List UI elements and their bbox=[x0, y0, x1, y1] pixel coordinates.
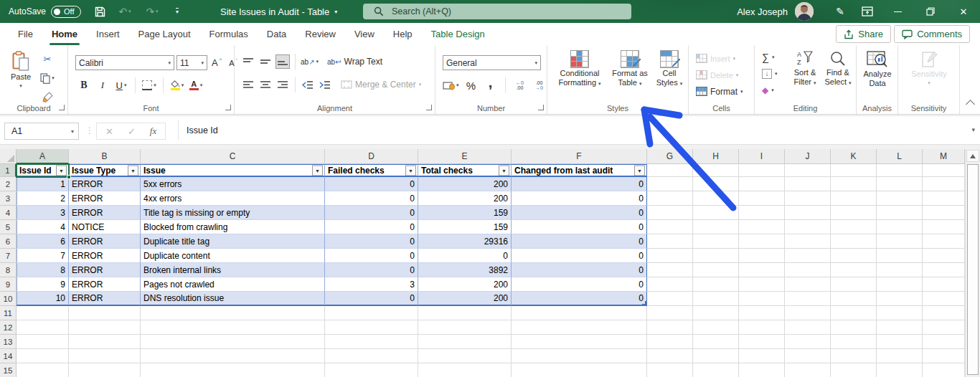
cell-I6[interactable] bbox=[739, 234, 785, 249]
cell-K8[interactable] bbox=[831, 263, 877, 277]
cell-H3[interactable] bbox=[693, 191, 739, 206]
column-header-G[interactable]: G bbox=[647, 149, 693, 164]
cell-H6[interactable] bbox=[693, 234, 739, 249]
cell-J13[interactable] bbox=[785, 335, 831, 349]
cell-K5[interactable] bbox=[831, 220, 877, 234]
cell-I12[interactable] bbox=[739, 320, 785, 335]
cell-G2[interactable] bbox=[647, 177, 693, 191]
cell-B7[interactable]: ERROR bbox=[69, 249, 141, 263]
cell-H5[interactable] bbox=[693, 220, 739, 234]
cell-C12[interactable] bbox=[141, 320, 325, 335]
cell-E6[interactable]: 29316 bbox=[418, 234, 512, 249]
tab-insert[interactable]: Insert bbox=[87, 23, 129, 45]
cell-K3[interactable] bbox=[831, 191, 877, 206]
paste-button[interactable]: Paste ▾ bbox=[6, 51, 36, 90]
autosave-toggle[interactable]: AutoSave Off bbox=[9, 0, 81, 23]
cell-J6[interactable] bbox=[785, 234, 831, 249]
cell-D6[interactable]: 0 bbox=[325, 234, 418, 249]
cell-D3[interactable]: 0 bbox=[325, 191, 418, 206]
filter-button-total-checks[interactable]: ▼ bbox=[499, 165, 509, 176]
formula-bar-expand-icon[interactable]: ▾ bbox=[971, 126, 975, 133]
cell-F10[interactable]: 0 bbox=[512, 292, 647, 306]
cell-C13[interactable] bbox=[141, 335, 325, 349]
cell-L3[interactable] bbox=[877, 191, 923, 206]
tab-data[interactable]: Data bbox=[258, 23, 296, 45]
cell-A7[interactable]: 7 bbox=[17, 249, 69, 263]
cell-C6[interactable]: Duplicate title tag bbox=[141, 234, 325, 249]
cell-A3[interactable]: 2 bbox=[17, 191, 69, 206]
cell-F2[interactable]: 0 bbox=[512, 177, 647, 191]
cell-F13[interactable] bbox=[512, 335, 647, 349]
increase-indent-button[interactable] bbox=[318, 77, 332, 92]
sensitivity-button[interactable]: Sensitivity ▾ bbox=[908, 50, 951, 87]
cell-M1[interactable] bbox=[923, 164, 965, 177]
delete-cells-button[interactable]: Delete▾ bbox=[696, 67, 738, 82]
comments-button[interactable]: Comments bbox=[894, 25, 970, 43]
row-header-5[interactable]: 5 bbox=[0, 220, 17, 234]
merge-center-button[interactable]: Merge & Center ▾ bbox=[341, 77, 421, 92]
cell-I10[interactable] bbox=[739, 292, 785, 306]
cell-J4[interactable] bbox=[785, 206, 831, 220]
cell-M4[interactable] bbox=[923, 206, 965, 220]
cell-C11[interactable] bbox=[141, 306, 325, 320]
cell-B10[interactable]: ERROR bbox=[69, 292, 141, 306]
cell-H14[interactable] bbox=[693, 349, 739, 363]
cell-C5[interactable]: Blocked from crawling bbox=[141, 220, 325, 234]
cell-I8[interactable] bbox=[739, 263, 785, 277]
column-header-K[interactable]: K bbox=[831, 149, 877, 164]
cell-G9[interactable] bbox=[647, 277, 693, 292]
cell-K14[interactable] bbox=[831, 349, 877, 363]
cell-J11[interactable] bbox=[785, 306, 831, 320]
sort-filter-button[interactable]: A Z Sort & Filter ▾ bbox=[789, 50, 821, 87]
vertical-scrollbar-thumb[interactable] bbox=[967, 164, 979, 375]
restore-button[interactable] bbox=[914, 0, 947, 23]
font-dialog-launcher[interactable] bbox=[225, 105, 231, 110]
cell-D10[interactable]: 0 bbox=[325, 292, 418, 306]
cell-A10[interactable]: 10 bbox=[17, 292, 69, 306]
cell-M11[interactable] bbox=[923, 306, 965, 320]
cell-J8[interactable] bbox=[785, 263, 831, 277]
row-header-3[interactable]: 3 bbox=[0, 191, 17, 206]
column-header-A[interactable]: A bbox=[17, 149, 69, 164]
cell-F8[interactable]: 0 bbox=[512, 263, 647, 277]
cell-M5[interactable] bbox=[923, 220, 965, 234]
bold-button[interactable]: B bbox=[77, 78, 91, 92]
cell-A9[interactable]: 9 bbox=[17, 277, 69, 292]
middle-align-button[interactable] bbox=[258, 54, 273, 69]
cell-C10[interactable]: DNS resolution issue bbox=[141, 292, 325, 306]
cell-K6[interactable] bbox=[831, 234, 877, 249]
format-painter-button[interactable] bbox=[40, 90, 55, 104]
cell-L7[interactable] bbox=[877, 249, 923, 263]
cell-H13[interactable] bbox=[693, 335, 739, 349]
cell-G12[interactable] bbox=[647, 320, 693, 335]
cell-A15[interactable] bbox=[17, 363, 69, 377]
cell-F1[interactable]: Changed from last audit▼ bbox=[512, 164, 647, 177]
row-header-2[interactable]: 2 bbox=[0, 177, 17, 191]
cell-F6[interactable]: 0 bbox=[512, 234, 647, 249]
cell-E15[interactable] bbox=[418, 363, 512, 377]
comma-style-button[interactable]: , bbox=[484, 78, 498, 92]
cell-D12[interactable] bbox=[325, 320, 418, 335]
search-input[interactable]: Search (Alt+Q) bbox=[363, 4, 631, 19]
cell-B5[interactable]: NOTICE bbox=[69, 220, 141, 234]
cell-A14[interactable] bbox=[17, 349, 69, 363]
cell-C3[interactable]: 4xx errors bbox=[141, 191, 325, 206]
tab-file[interactable]: File bbox=[9, 23, 42, 45]
cell-M2[interactable] bbox=[923, 177, 965, 191]
alignment-dialog-launcher[interactable] bbox=[426, 105, 432, 110]
collapse-ribbon-button[interactable] bbox=[963, 98, 977, 113]
column-header-B[interactable]: B bbox=[69, 149, 141, 164]
cell-F9[interactable]: 0 bbox=[512, 277, 647, 292]
cell-D5[interactable]: 0 bbox=[325, 220, 418, 234]
cell-K4[interactable] bbox=[831, 206, 877, 220]
cell-I9[interactable] bbox=[739, 277, 785, 292]
cell-M13[interactable] bbox=[923, 335, 965, 349]
ribbon-display-options-button[interactable] bbox=[854, 0, 881, 23]
format-cells-button[interactable]: Format▾ bbox=[696, 84, 743, 99]
decrease-decimal-button[interactable]: .00→0 bbox=[532, 78, 547, 92]
redo-button[interactable]: ↷▾ bbox=[141, 0, 164, 23]
cell-E10[interactable]: 200 bbox=[418, 292, 512, 306]
tab-view[interactable]: View bbox=[345, 23, 384, 45]
column-header-J[interactable]: J bbox=[785, 149, 831, 164]
enter-button[interactable]: ✓ bbox=[128, 126, 136, 137]
